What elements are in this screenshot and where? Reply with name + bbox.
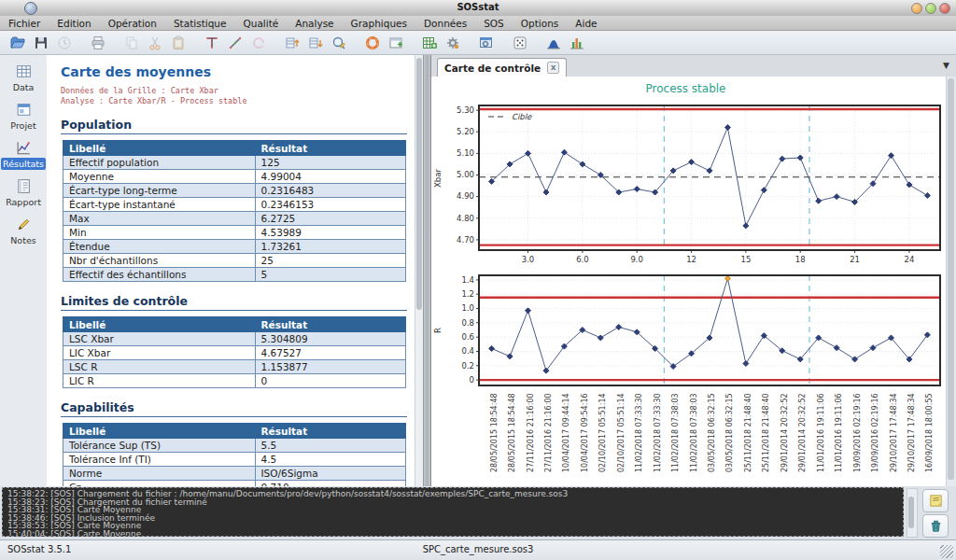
- toolbar-help-button[interactable]: [360, 33, 384, 53]
- scrollbar-thumb[interactable]: [416, 58, 422, 310]
- report-icon: [15, 177, 33, 195]
- toolbar-settings-button[interactable]: [441, 33, 464, 53]
- date-tick-label: 28/05/2015 18:54:48: [508, 386, 516, 472]
- menu-graphiques[interactable]: Graphiques: [343, 18, 415, 29]
- date-tick-label: 29/01/2014 20:32:52: [798, 386, 807, 472]
- date-tick-label: 11/02/2018 07:33:30: [654, 386, 662, 472]
- chart-panel-scrollbar[interactable]: [946, 77, 956, 486]
- svg-text:0.2: 0.2: [461, 361, 474, 371]
- menu-edition[interactable]: Edition: [49, 18, 99, 29]
- svg-text:4.70: 4.70: [457, 235, 474, 245]
- sidebar-item-data[interactable]: Data: [0, 63, 47, 93]
- menu-qualite[interactable]: Qualité: [234, 18, 287, 29]
- maximize-button[interactable]: [925, 3, 936, 14]
- menu-bar: FichierEditionOpérationStatistiqueQualit…: [0, 16, 956, 31]
- sidebar-item-label: Projet: [8, 119, 37, 132]
- sidebar-item-resultats[interactable]: Résultats: [0, 139, 47, 170]
- toolbar-data-table-button[interactable]: [417, 33, 441, 53]
- menu-donnees[interactable]: Données: [415, 18, 475, 29]
- minimize-button[interactable]: [911, 3, 922, 14]
- toolbar-cut-button[interactable]: [143, 33, 166, 53]
- table-cell: 0.2316483: [255, 184, 405, 198]
- table-cell: Moyenne: [63, 170, 256, 184]
- window-icon: [15, 101, 33, 119]
- svg-text:1.4: 1.4: [461, 275, 474, 285]
- table-cell: 0: [255, 374, 405, 388]
- date-tick-label: 02/10/2017 05:51:14: [598, 386, 607, 472]
- date-tick-label: 27/11/2016 21:16:00: [527, 386, 535, 472]
- cut-icon: [147, 35, 163, 51]
- toolbar-text-tool-button[interactable]: [200, 33, 223, 53]
- menu-fichier[interactable]: Fichier: [0, 18, 49, 29]
- log-scrollbar[interactable]: [907, 488, 918, 538]
- toolbar-paste-button[interactable]: [166, 33, 190, 53]
- toolbar: [0, 31, 956, 55]
- table-cell: LSC Xbar: [63, 332, 256, 346]
- table-row: Écart-type long-terme0.2316483: [63, 184, 406, 198]
- scrollbar-thumb[interactable]: [948, 78, 954, 480]
- svg-text:0: 0: [470, 375, 474, 385]
- table-cell: Étendue: [63, 240, 256, 254]
- menu-operation[interactable]: Opération: [100, 18, 165, 29]
- toolbar-zoom-edit-button[interactable]: [327, 33, 350, 53]
- table-cell: 5.5: [255, 439, 405, 453]
- table-row: LIC Xbar4.67527: [63, 346, 406, 360]
- toolbar-sort-down-button[interactable]: [303, 33, 327, 53]
- menu-sos[interactable]: SOS: [475, 18, 513, 29]
- table-row: Écart-type instantané0.2346153: [63, 198, 406, 212]
- report-section: Limites de contrôleLibelléRésultatLSC Xb…: [61, 294, 407, 388]
- toolbar-dice-button[interactable]: [508, 33, 531, 53]
- table-cell: Norme: [63, 467, 256, 481]
- table-row: Moyenne4.99004: [63, 170, 406, 184]
- toolbar-draw-tool-button[interactable]: [223, 33, 246, 53]
- table-cell: Tolérance Inf (TI): [63, 453, 256, 467]
- toolbar-copy-button[interactable]: [120, 33, 143, 53]
- tab-carte-de-controle[interactable]: Carte de contrôle x: [437, 58, 567, 77]
- toolbar-new-window-button[interactable]: [384, 33, 407, 53]
- toolbar-sort-up-button[interactable]: [280, 33, 303, 53]
- date-tick-label: 03/05/2018 06:32:15: [708, 386, 716, 472]
- sidebar-item-projet[interactable]: Projet: [0, 101, 47, 132]
- hist-multi-icon: [569, 35, 585, 51]
- title-bar: SOSstat: [0, 0, 956, 17]
- status-bar: SOSstat 3.5.1 SPC_carte_mesure.sos3: [0, 539, 956, 560]
- toolbar-window-settings-button[interactable]: [474, 33, 498, 53]
- table-column-header: Résultat: [255, 317, 405, 332]
- print-icon: [90, 35, 106, 51]
- table-cell: 5.304809: [255, 332, 405, 346]
- tab-close-icon[interactable]: x: [547, 62, 559, 74]
- menu-aide[interactable]: Aide: [567, 18, 605, 29]
- settings-icon: [444, 35, 461, 51]
- toolbar-rotate-button[interactable]: [246, 33, 270, 53]
- menu-statistique[interactable]: Statistique: [165, 18, 235, 29]
- toolbar-save-button[interactable]: [29, 33, 52, 53]
- resize-grip[interactable]: [940, 545, 953, 558]
- rotate-icon: [250, 35, 267, 51]
- table-cell: LSC R: [63, 360, 256, 374]
- toolbar-hist-multi-button[interactable]: [565, 33, 588, 53]
- log-console: 15:38:22: [SOS] Chargement du fichier : …: [2, 487, 904, 537]
- menu-analyse[interactable]: Analyse: [287, 18, 342, 29]
- toolbar-hist-blue-button[interactable]: [541, 33, 565, 53]
- table-cell: Max: [63, 212, 256, 226]
- tab-list-dropdown-icon[interactable]: ▼: [943, 61, 949, 70]
- note-button[interactable]: [922, 489, 949, 512]
- menu-options[interactable]: Options: [513, 18, 568, 29]
- svg-text:0.8: 0.8: [461, 318, 474, 328]
- log-line: 15:38:53: [SOS] Carte Moyenne: [7, 522, 898, 530]
- toolbar-history-button[interactable]: [52, 33, 76, 53]
- table-cell: 4.67527: [255, 346, 405, 360]
- svg-text:0.4: 0.4: [461, 346, 474, 356]
- scrollbar-thumb[interactable]: [908, 497, 914, 528]
- toolbar-print-button[interactable]: [86, 33, 109, 53]
- sidebar-item-notes[interactable]: Notes: [0, 216, 47, 246]
- date-tick-label: 29/10/2017 17:48:34: [890, 386, 898, 472]
- toolbar-open-button[interactable]: [6, 33, 29, 53]
- close-button[interactable]: [939, 3, 950, 14]
- chart-tab-bar: Carte de contrôle x ▼: [431, 55, 956, 77]
- pane-splitter[interactable]: [423, 55, 431, 486]
- svg-text:24: 24: [904, 255, 914, 264]
- sidebar-item-rapport[interactable]: Rapport: [0, 177, 47, 208]
- paste-icon: [170, 35, 187, 51]
- clear-log-button[interactable]: [922, 514, 949, 538]
